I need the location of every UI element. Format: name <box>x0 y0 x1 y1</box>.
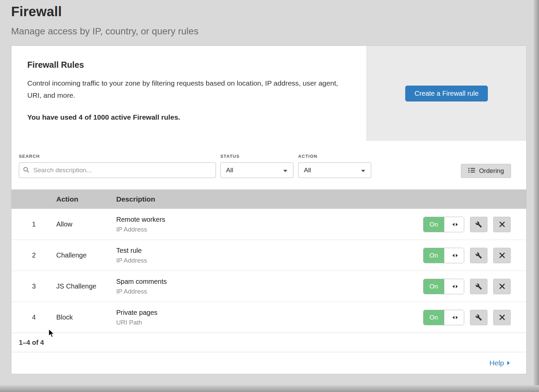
table-row: 4 Block Private pages URI Path On <box>11 302 526 333</box>
edit-rule-button[interactable] <box>470 217 487 232</box>
window-edge-bottom <box>0 385 539 392</box>
table-row: 1 Allow Remote workers IP Address On <box>11 209 526 240</box>
table-row: 3 JS Challenge Spam comments IP Address … <box>11 271 526 302</box>
section-heading: Firewall Rules <box>27 60 346 70</box>
firewall-rules-card: Firewall Rules Control incoming traffic … <box>11 46 527 374</box>
pagination-range: 1–4 of 4 <box>19 339 44 346</box>
toggle-arrows-icon[interactable] <box>444 279 464 294</box>
status-selected-value: All <box>226 167 233 174</box>
rule-enabled-toggle[interactable]: On <box>423 248 464 263</box>
rule-field: URI Path <box>116 319 406 326</box>
table-row: 2 Challenge Test rule IP Address On <box>11 240 526 271</box>
rule-enabled-toggle[interactable]: On <box>423 310 464 325</box>
toggle-on-label[interactable]: On <box>423 217 444 232</box>
toggle-on-label[interactable]: On <box>423 248 444 263</box>
chevron-down-icon <box>361 167 366 174</box>
rule-field: IP Address <box>116 226 406 233</box>
ordering-list-icon <box>468 167 475 175</box>
toggle-arrows-icon[interactable] <box>444 217 464 232</box>
action-select[interactable]: All <box>298 162 371 178</box>
wrench-icon <box>475 221 482 228</box>
search-input[interactable] <box>19 162 216 178</box>
search-label: SEARCH <box>19 154 216 159</box>
header-action: Action <box>56 195 116 203</box>
rule-description: Test rule <box>116 247 406 254</box>
ordering-button-label: Ordering <box>479 167 504 175</box>
close-icon <box>499 221 505 227</box>
rule-field: IP Address <box>116 257 406 264</box>
toggle-on-label[interactable]: On <box>423 310 444 325</box>
rule-enabled-toggle[interactable]: On <box>423 279 464 294</box>
delete-rule-button[interactable] <box>493 279 511 294</box>
delete-rule-button[interactable] <box>493 248 511 263</box>
section-description: Control incoming traffic to your zone by… <box>27 77 346 101</box>
window-edge-right <box>534 0 539 392</box>
search-filter-group: SEARCH <box>19 154 216 178</box>
status-label: STATUS <box>220 154 293 159</box>
edit-rule-button[interactable] <box>470 248 487 263</box>
ordering-button[interactable]: Ordering <box>461 164 511 178</box>
rule-enabled-toggle[interactable]: On <box>423 217 464 232</box>
edit-rule-button[interactable] <box>470 310 487 325</box>
delete-rule-button[interactable] <box>493 310 511 325</box>
table-header: Action Description <box>11 189 526 209</box>
toggle-arrows-icon[interactable] <box>444 248 464 263</box>
toggle-on-label[interactable]: On <box>423 279 444 294</box>
help-arrow-icon <box>507 361 510 365</box>
search-icon <box>23 167 30 175</box>
create-firewall-rule-button[interactable]: Create a Firewall rule <box>405 86 487 101</box>
status-filter-group: STATUS All <box>220 154 293 178</box>
page-subtitle: Manage access by IP, country, or query r… <box>11 26 526 37</box>
firewall-rules-intro: Firewall Rules Control incoming traffic … <box>11 46 526 141</box>
rule-description: Private pages <box>116 309 406 316</box>
page-title: Firewall <box>11 4 526 19</box>
close-icon <box>499 252 505 258</box>
rule-index: 3 <box>11 282 56 290</box>
rule-action: Challenge <box>56 251 116 259</box>
rule-action: JS Challenge <box>56 282 116 290</box>
delete-rule-button[interactable] <box>493 217 511 232</box>
close-icon <box>499 314 505 320</box>
action-label: ACTION <box>298 154 371 159</box>
close-icon <box>499 283 505 289</box>
status-select[interactable]: All <box>220 162 293 178</box>
action-selected-value: All <box>304 167 311 174</box>
rule-description: Remote workers <box>116 216 406 223</box>
help-link-label: Help <box>489 359 504 367</box>
rule-index: 4 <box>11 313 56 321</box>
rule-description: Spam comments <box>116 278 406 285</box>
toggle-arrows-icon[interactable] <box>444 310 464 325</box>
help-link[interactable]: Help <box>489 359 510 367</box>
header-description: Description <box>116 195 406 203</box>
help-bar: Help <box>11 352 526 374</box>
filters-bar: SEARCH STATUS All ACTION All <box>11 141 526 189</box>
wrench-icon <box>475 314 482 321</box>
action-filter-group: ACTION All <box>298 154 371 178</box>
wrench-icon <box>475 252 482 259</box>
chevron-down-icon <box>283 167 288 174</box>
page-header: Firewall Manage access by IP, country, o… <box>0 0 539 37</box>
rule-index: 1 <box>11 220 56 228</box>
rule-action: Allow <box>56 220 116 228</box>
rule-field: IP Address <box>116 288 406 295</box>
create-rule-panel: Create a Firewall rule <box>367 46 526 141</box>
rule-action: Block <box>56 313 116 321</box>
usage-summary: You have used 4 of 1000 active Firewall … <box>27 113 346 121</box>
intro-text-panel: Firewall Rules Control incoming traffic … <box>11 46 367 141</box>
edit-rule-button[interactable] <box>470 279 487 294</box>
wrench-icon <box>475 283 482 290</box>
rule-index: 2 <box>11 251 56 259</box>
pagination-bar: 1–4 of 4 <box>11 333 526 352</box>
